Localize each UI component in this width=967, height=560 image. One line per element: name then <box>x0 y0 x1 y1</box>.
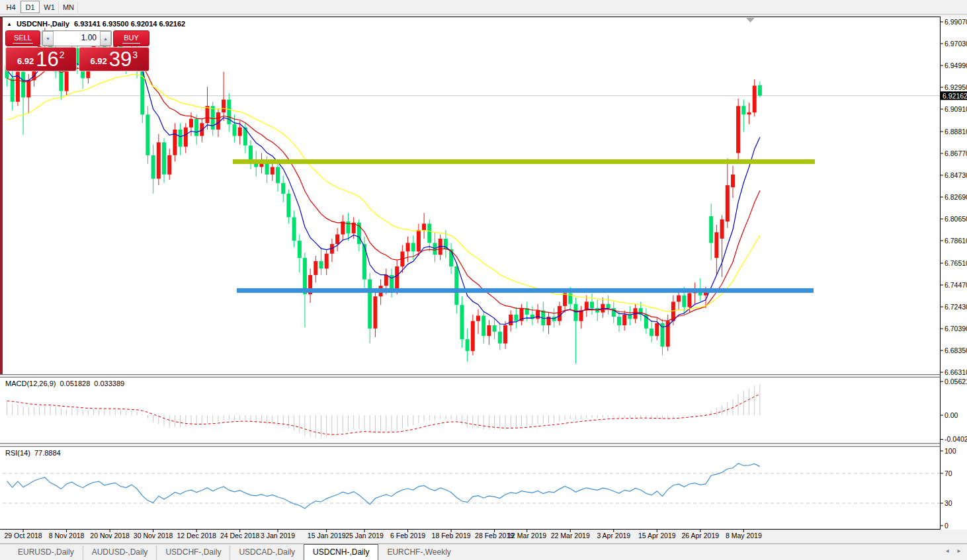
chart-tab-bar: EURUSD-,DailyAUDUSD-,DailyUSDCHF-,DailyU… <box>0 543 967 560</box>
candle-body <box>406 243 410 251</box>
tab-scroll-right-icon[interactable]: ► <box>956 548 962 554</box>
chart-tab-audusd-daily[interactable]: AUDUSD-,Daily <box>83 545 157 560</box>
chevron-up-icon: ▲ <box>103 36 108 41</box>
candle-body <box>194 119 198 136</box>
volume-input[interactable]: 1.00 <box>54 31 100 46</box>
candle-body <box>454 266 458 305</box>
candle-body <box>476 316 480 321</box>
chevron-down-icon: ▼ <box>46 36 50 41</box>
candle-body <box>167 155 171 175</box>
volume-decrease-button[interactable]: ▼ <box>42 31 54 46</box>
candle-body <box>286 194 290 218</box>
candle-body <box>622 315 626 325</box>
candle-body <box>411 243 415 251</box>
price-axis-label: 6.74470 <box>945 281 967 289</box>
candle-body <box>298 241 302 258</box>
candle-body <box>11 78 15 102</box>
macd-axis-label: -0.040218 <box>945 435 967 443</box>
candle-body <box>677 296 681 302</box>
candle-body <box>189 119 193 128</box>
chart-tab-usdcad-daily[interactable]: USDCAD-,Daily <box>230 545 304 560</box>
price-axis-label: 6.90910 <box>945 105 967 113</box>
buy-price-prefix: 6.92 <box>90 56 106 66</box>
candle-body <box>233 124 237 136</box>
timeframe-button-h4[interactable]: H4 <box>1 1 21 13</box>
price-axis-label: 6.94990 <box>945 61 967 69</box>
chart-background <box>0 17 967 530</box>
candle-body <box>482 316 485 337</box>
price-axis-label: 6.84730 <box>945 171 967 179</box>
buy-button[interactable]: BUY <box>113 30 149 46</box>
candle-body <box>747 112 751 114</box>
candle-body <box>573 304 577 321</box>
rsi-axis-label: 0 <box>945 522 948 530</box>
candle-body <box>173 130 177 155</box>
mt4-application: H4D1W1MN 6.990706.970306.949906.929506.9… <box>0 0 967 560</box>
chart-tab-eurchf-weekly[interactable]: EURCHF-,Weekly <box>378 545 459 560</box>
rsi-indicator-name: RSI(14) <box>5 449 30 457</box>
timeframe-button-mn[interactable]: MN <box>59 1 78 13</box>
candle-body <box>314 261 317 275</box>
chart-tab-eurusd-daily[interactable]: EURUSD-,Daily <box>9 545 83 560</box>
candle-body <box>21 72 25 98</box>
tab-scroll-left-icon[interactable]: ◄ <box>945 548 950 554</box>
buy-button-label: BUY <box>122 34 140 44</box>
sell-price-pip: 2 <box>60 50 65 60</box>
candle-body <box>417 230 421 251</box>
resistance-line[interactable] <box>233 159 815 164</box>
candle-body <box>319 261 323 268</box>
buy-price-tile[interactable]: 6.92 39 3 <box>79 47 150 71</box>
candle-body <box>617 317 621 325</box>
candle-body <box>590 301 594 308</box>
candle-body <box>26 81 30 98</box>
candle-body <box>682 296 686 307</box>
candle-body <box>466 339 470 351</box>
candle-body <box>157 142 161 179</box>
candle-body <box>276 167 280 183</box>
candle-body <box>281 183 285 194</box>
timeframe-toolbar: H4D1W1MN <box>0 0 967 15</box>
candle-body <box>362 244 366 279</box>
sell-price-tile[interactable]: 6.92 16 2 <box>5 47 77 71</box>
chart-tab-usdcnh-daily[interactable]: USDCNH-,Daily <box>304 544 378 560</box>
support-line[interactable] <box>237 288 814 293</box>
candle-body <box>720 220 724 239</box>
candle-body <box>741 106 745 114</box>
candle-body <box>59 72 63 91</box>
timeframe-button-d1[interactable]: D1 <box>21 1 40 13</box>
sell-button[interactable]: SELL <box>5 30 40 46</box>
date-axis[interactable] <box>0 530 940 543</box>
candle-body <box>179 130 183 147</box>
volume-increase-button[interactable]: ▲ <box>100 31 111 46</box>
candle-body <box>536 310 540 319</box>
collapse-chart-icon[interactable]: ▲ <box>7 21 12 27</box>
price-axis-label: 6.68350 <box>945 346 967 354</box>
candle-body <box>460 305 464 339</box>
price-axis-label: 6.72430 <box>945 303 967 311</box>
one-click-trading-panel: SELL ▼ 1.00 ▲ BUY 6.92 16 2 6. <box>5 30 149 71</box>
price-axis-label: 6.82690 <box>945 193 967 201</box>
candle-body <box>503 325 507 344</box>
candle-body <box>493 325 497 332</box>
sell-price-prefix: 6.92 <box>17 56 34 66</box>
chart-tab-usdchf-daily[interactable]: USDCHF-,Daily <box>156 545 230 560</box>
rsi-axis-label: 70 <box>945 469 952 477</box>
candle-body <box>216 112 220 130</box>
candle-body <box>368 280 372 329</box>
candle-body <box>146 114 149 155</box>
price-axis-label: 6.76510 <box>945 259 967 267</box>
sell-price-main: 16 <box>36 50 58 69</box>
candle-body <box>222 100 226 112</box>
candle-body <box>714 232 718 258</box>
macd-signal-value: 0.033389 <box>94 380 124 387</box>
timeframe-button-w1[interactable]: W1 <box>40 1 59 13</box>
price-axis-label: 6.70390 <box>945 325 967 333</box>
window-left-edge <box>0 17 3 374</box>
macd-pane-label: MACD(12,26,9) 0.051828 0.033389 <box>5 380 124 387</box>
candle-body <box>487 325 491 336</box>
chart-symbol-period: USDCNH-,Daily <box>17 20 69 28</box>
price-axis-label: 6.88810 <box>945 128 967 136</box>
candle-body <box>249 145 253 161</box>
candle-body <box>498 332 502 344</box>
candle-body <box>471 321 475 351</box>
